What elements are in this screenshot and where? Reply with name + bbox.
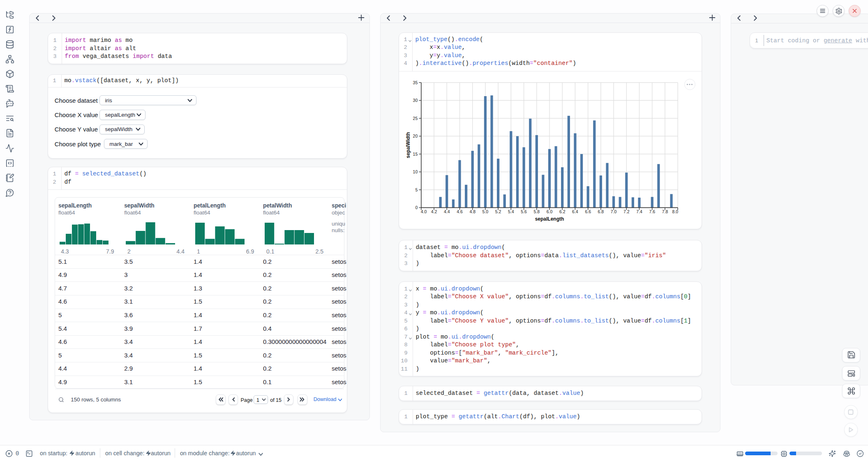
svg-text:6.2: 6.2 bbox=[559, 209, 566, 214]
svg-text:6.4: 6.4 bbox=[572, 209, 578, 214]
svg-text:4.4: 4.4 bbox=[444, 209, 450, 214]
svg-text:30: 30 bbox=[413, 98, 418, 103]
svg-text:0: 0 bbox=[415, 205, 418, 210]
svg-text:7.4: 7.4 bbox=[636, 209, 642, 214]
svg-text:4.8: 4.8 bbox=[469, 209, 476, 214]
svg-text:4.0: 4.0 bbox=[421, 209, 427, 214]
svg-text:8.0: 8.0 bbox=[672, 209, 679, 214]
svg-text:5.6: 5.6 bbox=[521, 209, 527, 214]
svg-text:4.6: 4.6 bbox=[457, 209, 463, 214]
svg-text:7.0: 7.0 bbox=[611, 209, 617, 214]
svg-text:5.2: 5.2 bbox=[495, 209, 501, 214]
svg-text:15: 15 bbox=[413, 151, 418, 156]
svg-text:7.2: 7.2 bbox=[623, 209, 630, 214]
svg-text:10: 10 bbox=[413, 169, 418, 174]
svg-text:sepalWidth: sepalWidth bbox=[405, 132, 411, 158]
svg-text:6.8: 6.8 bbox=[598, 209, 604, 214]
svg-text:7.6: 7.6 bbox=[649, 209, 655, 214]
svg-text:5.0: 5.0 bbox=[482, 209, 489, 214]
svg-text:6.0: 6.0 bbox=[547, 209, 553, 214]
svg-text:5.8: 5.8 bbox=[533, 209, 540, 214]
svg-text:25: 25 bbox=[413, 115, 418, 120]
svg-text:6.6: 6.6 bbox=[585, 209, 591, 214]
svg-text:4.2: 4.2 bbox=[431, 209, 437, 214]
svg-text:5.4: 5.4 bbox=[508, 209, 514, 214]
svg-text:sepalLength: sepalLength bbox=[535, 216, 564, 221]
svg-text:35: 35 bbox=[413, 80, 418, 85]
svg-text:7.8: 7.8 bbox=[662, 209, 668, 214]
svg-text:5: 5 bbox=[415, 187, 418, 192]
svg-text:20: 20 bbox=[413, 134, 418, 138]
